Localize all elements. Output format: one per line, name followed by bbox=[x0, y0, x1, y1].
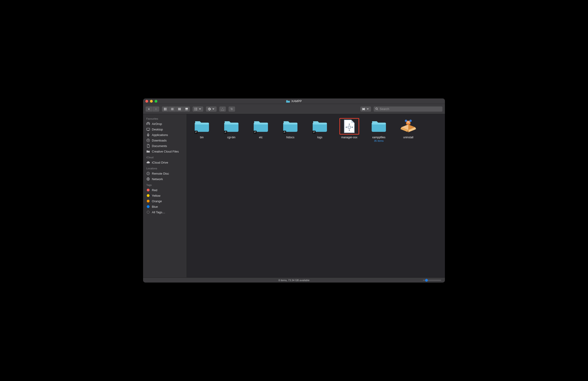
sidebar-item-documents[interactable]: Documents bbox=[143, 143, 187, 149]
folder-icon bbox=[281, 118, 300, 134]
sidebar-item-label: Orange bbox=[152, 199, 162, 203]
svg-rect-38 bbox=[349, 130, 350, 131]
tag-dot bbox=[146, 199, 150, 203]
sidebar-item-network[interactable]: Network bbox=[143, 176, 187, 182]
column-view-button[interactable] bbox=[176, 106, 183, 112]
close-window-button[interactable] bbox=[145, 100, 148, 103]
svg-rect-9 bbox=[180, 108, 181, 110]
file-item-label: xamppfiles bbox=[372, 136, 385, 139]
sidebar-item-orange[interactable]: Orange bbox=[143, 198, 187, 204]
icon-size-slider[interactable] bbox=[423, 280, 441, 281]
edit-tags-button[interactable] bbox=[228, 106, 235, 112]
sidebar-item-all-tags[interactable]: All Tags… bbox=[143, 209, 187, 215]
list-view-button[interactable] bbox=[169, 106, 176, 112]
share-button[interactable] bbox=[219, 106, 226, 112]
disc-icon bbox=[146, 172, 150, 175]
sidebar-section-header: iCloud bbox=[143, 154, 187, 160]
sidebar-item-desktop[interactable]: Desktop bbox=[143, 127, 187, 132]
sidebar-item-label: AirDrop bbox=[152, 122, 162, 126]
sidebar-item-label: Applications bbox=[152, 133, 168, 137]
minimize-window-button[interactable] bbox=[150, 100, 153, 103]
sidebar-item-label: All Tags… bbox=[152, 210, 165, 214]
folder-icon bbox=[146, 150, 150, 153]
sidebar-section-header: Tags bbox=[143, 182, 187, 187]
zoom-window-button[interactable] bbox=[155, 100, 157, 103]
svg-point-48 bbox=[405, 120, 407, 122]
dropbox-icon bbox=[362, 107, 365, 111]
file-browser[interactable]: bincgi-binetchtdocslogsmanager-osxxamppf… bbox=[187, 114, 445, 277]
svg-point-18 bbox=[148, 123, 149, 124]
file-item-uninstall[interactable]: uninstall bbox=[396, 117, 421, 139]
titlebar: XAMPP bbox=[143, 98, 445, 104]
apps-icon bbox=[146, 133, 150, 137]
sidebar-section-header: Favourites bbox=[143, 115, 187, 121]
downloads-icon bbox=[146, 138, 150, 142]
sidebar-item-blue[interactable]: Blue bbox=[143, 204, 187, 209]
group-by-button[interactable] bbox=[192, 106, 203, 112]
sidebar-item-red[interactable]: Red bbox=[143, 187, 187, 193]
alias-badge-icon bbox=[194, 131, 198, 134]
action-menu-button[interactable] bbox=[206, 106, 217, 112]
sidebar-item-downloads[interactable]: Downloads bbox=[143, 138, 187, 143]
folder-icon bbox=[222, 118, 241, 134]
folder-icon bbox=[369, 118, 388, 134]
sidebar-item-remote-disc[interactable]: Remote Disc bbox=[143, 171, 187, 176]
svg-rect-11 bbox=[186, 110, 186, 110]
svg-rect-19 bbox=[147, 128, 150, 130]
sidebar-item-label: Remote Disc bbox=[152, 172, 169, 175]
sidebar-item-label: Desktop bbox=[152, 128, 163, 131]
file-item-xamppfiles[interactable]: xamppfiles35 items bbox=[366, 117, 391, 142]
folder-icon bbox=[286, 100, 290, 103]
slider-knob[interactable] bbox=[425, 279, 428, 282]
svg-rect-10 bbox=[186, 108, 188, 109]
back-button[interactable] bbox=[145, 106, 152, 112]
file-item-htdocs[interactable]: htdocs bbox=[278, 117, 303, 139]
tags-button-group bbox=[228, 106, 235, 112]
chevron-down-icon bbox=[366, 107, 369, 111]
file-item-cgi-bin[interactable]: cgi-bin bbox=[219, 117, 244, 139]
application-icon bbox=[340, 118, 359, 134]
file-item-bin[interactable]: bin bbox=[189, 117, 214, 139]
sidebar-item-icloud-drive[interactable]: iCloud Drive bbox=[143, 160, 187, 165]
sidebar-item-yellow[interactable]: Yellow bbox=[143, 193, 187, 198]
alias-badge-icon bbox=[313, 131, 316, 134]
svg-rect-46 bbox=[372, 123, 386, 124]
svg-rect-7 bbox=[178, 108, 179, 110]
view-mode-buttons bbox=[162, 106, 190, 112]
sidebar-item-airdrop[interactable]: AirDrop bbox=[143, 121, 187, 127]
tag-dot bbox=[146, 188, 150, 192]
dropbox-button[interactable] bbox=[360, 106, 371, 112]
svg-rect-3 bbox=[166, 109, 166, 110]
file-item-label: bin bbox=[200, 136, 204, 139]
search-field[interactable] bbox=[374, 106, 443, 112]
file-item-logs[interactable]: logs bbox=[307, 117, 333, 139]
file-item-manager-osx[interactable]: manager-osx bbox=[337, 117, 362, 139]
svg-rect-28 bbox=[224, 123, 238, 124]
sidebar-item-applications[interactable]: Applications bbox=[143, 132, 187, 138]
airdrop-icon bbox=[146, 122, 150, 126]
icon-grid: bincgi-binetchtdocslogsmanager-osxxamppf… bbox=[187, 114, 445, 145]
gear-icon bbox=[208, 107, 211, 111]
sidebar-item-creative-cloud-files[interactable]: Creative Cloud Files bbox=[143, 149, 187, 154]
chevron-down-icon bbox=[212, 107, 215, 111]
share-icon bbox=[221, 107, 224, 111]
status-bar: 8 items, 73.34 GB available bbox=[143, 277, 445, 283]
svg-rect-4 bbox=[171, 108, 174, 108]
gallery-view-button[interactable] bbox=[183, 106, 190, 112]
svg-rect-34 bbox=[313, 123, 327, 124]
svg-rect-1 bbox=[166, 108, 166, 109]
desktop-icon bbox=[146, 128, 150, 131]
tag-icon bbox=[230, 107, 233, 111]
svg-rect-2 bbox=[164, 109, 165, 110]
svg-rect-17 bbox=[196, 109, 197, 110]
forward-button[interactable] bbox=[152, 106, 159, 112]
file-item-label: etc bbox=[259, 136, 263, 139]
icon-view-button[interactable] bbox=[162, 106, 169, 112]
group-by-button-group bbox=[192, 106, 203, 112]
search-icon bbox=[375, 107, 378, 111]
sidebar-item-label: Downloads bbox=[152, 139, 167, 142]
toolbar bbox=[143, 104, 445, 114]
search-input[interactable] bbox=[380, 107, 441, 111]
file-item-etc[interactable]: etc bbox=[248, 117, 273, 139]
svg-rect-5 bbox=[171, 109, 174, 109]
